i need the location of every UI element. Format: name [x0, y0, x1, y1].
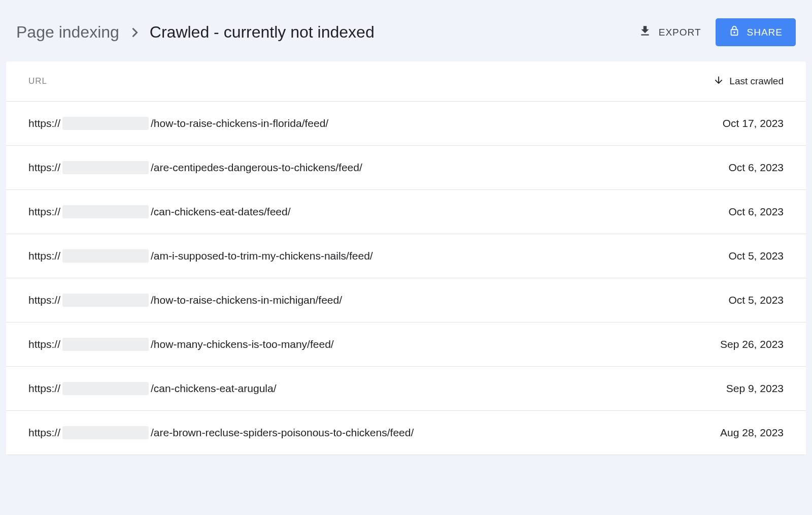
last-crawled-date: Oct 6, 2023	[728, 206, 784, 218]
url-redacted-domain	[62, 249, 149, 263]
table-row[interactable]: https:///how-to-raise-chickens-in-michig…	[6, 278, 806, 323]
url-path: /how-to-raise-chickens-in-michigan/feed/	[151, 294, 342, 306]
table-row[interactable]: https:///can-chickens-eat-dates/feed/Oct…	[6, 190, 806, 234]
url-cell: https:///can-chickens-eat-arugula/	[28, 382, 277, 395]
last-crawled-date: Sep 26, 2023	[720, 338, 784, 350]
table-row[interactable]: https:///how-to-raise-chickens-in-florid…	[6, 102, 806, 146]
url-prefix: https://	[28, 250, 60, 262]
url-prefix: https://	[28, 338, 60, 350]
url-redacted-domain	[62, 294, 149, 307]
url-cell: https:///how-many-chickens-is-too-many/f…	[28, 338, 334, 351]
url-prefix: https://	[28, 382, 60, 395]
url-cell: https:///can-chickens-eat-dates/feed/	[28, 205, 291, 218]
url-cell: https:///how-to-raise-chickens-in-florid…	[28, 117, 328, 130]
last-crawled-date: Oct 5, 2023	[728, 294, 784, 306]
url-path: /can-chickens-eat-dates/feed/	[151, 206, 290, 218]
column-header-url[interactable]: URL	[28, 76, 47, 86]
column-header-last-crawled-label: Last crawled	[729, 76, 784, 87]
export-button[interactable]: EXPORT	[638, 24, 701, 40]
url-redacted-domain	[62, 382, 149, 395]
breadcrumb: Page indexing Crawled - currently not in…	[16, 23, 375, 42]
page-header: Page indexing Crawled - currently not in…	[6, 6, 806, 61]
last-crawled-date: Oct 17, 2023	[723, 117, 784, 130]
download-icon	[638, 24, 652, 40]
url-prefix: https://	[28, 117, 60, 130]
table-row[interactable]: https:///can-chickens-eat-arugula/Sep 9,…	[6, 367, 806, 411]
url-path: /are-centipedes-dangerous-to-chickens/fe…	[151, 162, 362, 174]
url-cell: https:///how-to-raise-chickens-in-michig…	[28, 294, 342, 307]
table-row[interactable]: https:///are-centipedes-dangerous-to-chi…	[6, 146, 806, 190]
url-path: /can-chickens-eat-arugula/	[151, 382, 276, 395]
last-crawled-date: Oct 6, 2023	[728, 162, 784, 174]
url-redacted-domain	[62, 426, 149, 439]
table-row[interactable]: https:///am-i-supposed-to-trim-my-chicke…	[6, 234, 806, 278]
column-header-last-crawled[interactable]: Last crawled	[713, 75, 784, 88]
url-redacted-domain	[62, 205, 149, 218]
breadcrumb-root-link[interactable]: Page indexing	[16, 23, 119, 42]
table-body: https:///how-to-raise-chickens-in-florid…	[6, 102, 806, 455]
url-path: /how-to-raise-chickens-in-florida/feed/	[151, 117, 328, 130]
url-prefix: https://	[28, 162, 60, 174]
url-cell: https:///are-centipedes-dangerous-to-chi…	[28, 161, 362, 174]
url-redacted-domain	[62, 161, 149, 174]
last-crawled-date: Sep 9, 2023	[726, 382, 784, 395]
url-path: /how-many-chickens-is-too-many/feed/	[151, 338, 334, 350]
url-path: /are-brown-recluse-spiders-poisonous-to-…	[151, 427, 414, 439]
table-row[interactable]: https:///how-many-chickens-is-too-many/f…	[6, 323, 806, 367]
url-cell: https:///are-brown-recluse-spiders-poiso…	[28, 426, 414, 439]
chevron-right-icon	[127, 25, 142, 40]
url-table: URL Last crawled https:///how-to-raise-c…	[6, 61, 806, 455]
url-cell: https:///am-i-supposed-to-trim-my-chicke…	[28, 249, 373, 263]
url-path: /am-i-supposed-to-trim-my-chickens-nails…	[151, 250, 373, 262]
header-actions: EXPORT SHARE	[638, 18, 796, 46]
share-label: SHARE	[747, 27, 783, 38]
share-button[interactable]: SHARE	[716, 18, 796, 46]
page-container: Page indexing Crawled - currently not in…	[0, 0, 812, 461]
lock-icon	[729, 25, 740, 39]
export-label: EXPORT	[659, 27, 701, 38]
last-crawled-date: Aug 28, 2023	[720, 427, 784, 439]
url-prefix: https://	[28, 427, 60, 439]
table-header-row: URL Last crawled	[6, 61, 806, 102]
url-prefix: https://	[28, 206, 60, 218]
url-redacted-domain	[62, 117, 149, 130]
table-row[interactable]: https:///are-brown-recluse-spiders-poiso…	[6, 411, 806, 455]
sort-descending-icon	[713, 75, 724, 88]
url-redacted-domain	[62, 338, 149, 351]
breadcrumb-current: Crawled - currently not indexed	[150, 23, 375, 42]
last-crawled-date: Oct 5, 2023	[728, 250, 784, 262]
url-prefix: https://	[28, 294, 60, 306]
